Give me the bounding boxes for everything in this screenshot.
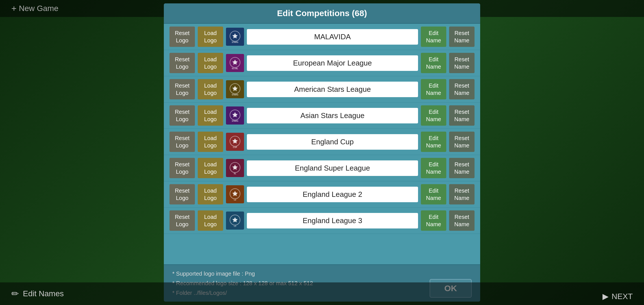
- new-game-button[interactable]: + New Game: [11, 3, 58, 14]
- reset-logo-button[interactable]: Reset Logo: [169, 184, 195, 204]
- reset-logo-button[interactable]: Reset Logo: [169, 132, 195, 152]
- edit-name-button[interactable]: Edit Name: [421, 210, 446, 231]
- table-row: Reset LogoLoad LogoL2England League 2Edi…: [164, 181, 480, 208]
- load-logo-button[interactable]: Load Logo: [198, 79, 223, 99]
- edit-name-button[interactable]: Edit Name: [421, 79, 446, 99]
- league-name: England League 2: [247, 187, 418, 202]
- modal-title: Edit Competitions (68): [164, 3, 480, 24]
- reset-logo-button[interactable]: Reset Logo: [169, 105, 195, 126]
- svg-text:CUP: CUP: [233, 146, 237, 148]
- edit-name-button[interactable]: Edit Name: [421, 132, 446, 152]
- load-logo-button[interactable]: Load Logo: [198, 27, 223, 47]
- reset-name-button[interactable]: Reset Name: [449, 184, 475, 204]
- reset-logo-button[interactable]: Reset Logo: [169, 158, 195, 178]
- league-name: American Stars League: [247, 82, 418, 97]
- reset-name-button[interactable]: Reset Name: [449, 53, 475, 73]
- league-logo: EU-ML: [226, 54, 244, 72]
- league-logo: SL: [226, 159, 244, 177]
- edit-name-button[interactable]: Edit Name: [421, 27, 446, 47]
- reset-name-button[interactable]: Reset Name: [449, 210, 475, 231]
- svg-text:SL: SL: [234, 173, 237, 175]
- edit-name-button[interactable]: Edit Name: [421, 53, 446, 73]
- league-logo: L2: [226, 185, 244, 203]
- league-logo: STARS: [226, 106, 244, 125]
- svg-text:L2: L2: [234, 199, 236, 201]
- league-name: European Major League: [247, 55, 418, 71]
- svg-text:STARS: STARS: [232, 120, 238, 122]
- bottom-bar: ✏ Edit Names ▶ NEXT: [0, 282, 644, 305]
- load-logo-button[interactable]: Load Logo: [198, 184, 223, 204]
- reset-name-button[interactable]: Reset Name: [449, 158, 475, 178]
- svg-text:STARS: STARS: [232, 94, 238, 96]
- edit-competitions-modal: Edit Competitions (68) Reset LogoLoad Lo…: [164, 3, 480, 302]
- svg-text:STARS: STARS: [232, 41, 238, 43]
- load-logo-button[interactable]: Load Logo: [198, 210, 223, 231]
- league-name: MALAVIDA: [247, 29, 418, 45]
- svg-text:EU-ML: EU-ML: [232, 67, 238, 69]
- reset-logo-button[interactable]: Reset Logo: [169, 53, 195, 73]
- next-label: NEXT: [612, 292, 633, 301]
- league-name: England League 3: [247, 213, 418, 228]
- table-row: Reset LogoLoad LogoSTARSAsian Stars Leag…: [164, 103, 480, 129]
- edit-names-label: Edit Names: [23, 289, 64, 298]
- play-icon: ▶: [602, 292, 609, 301]
- edit-name-button[interactable]: Edit Name: [421, 105, 446, 126]
- plus-icon: +: [11, 3, 17, 14]
- svg-text:L3: L3: [234, 225, 236, 227]
- league-name: Asian Stars League: [247, 108, 418, 123]
- next-button[interactable]: ▶ NEXT: [602, 292, 633, 301]
- edit-names-icon: ✏: [11, 288, 19, 299]
- reset-name-button[interactable]: Reset Name: [449, 79, 475, 99]
- edit-names-section: ✏ Edit Names: [11, 288, 64, 299]
- league-logo: L3: [226, 212, 244, 230]
- table-row: Reset LogoLoad LogoCUPEngland CupEdit Na…: [164, 129, 480, 155]
- table-row: Reset LogoLoad LogoEU-MLEuropean Major L…: [164, 50, 480, 76]
- competitions-list[interactable]: Reset LogoLoad LogoSTARSMALAVIDAEdit Nam…: [164, 24, 480, 264]
- edit-name-button[interactable]: Edit Name: [421, 184, 446, 204]
- table-row: Reset LogoLoad LogoSLEngland Super Leagu…: [164, 155, 480, 181]
- table-row: Reset LogoLoad LogoL3England League 3Edi…: [164, 208, 480, 234]
- reset-name-button[interactable]: Reset Name: [449, 27, 475, 47]
- league-name: England Cup: [247, 134, 418, 150]
- league-logo: CUP: [226, 133, 244, 151]
- table-row: Reset LogoLoad LogoSTARSMALAVIDAEdit Nam…: [164, 24, 480, 50]
- reset-name-button[interactable]: Reset Name: [449, 105, 475, 126]
- league-logo: STARS: [226, 80, 244, 98]
- new-game-label: New Game: [19, 4, 58, 13]
- reset-logo-button[interactable]: Reset Logo: [169, 27, 195, 47]
- load-logo-button[interactable]: Load Logo: [198, 105, 223, 126]
- edit-name-button[interactable]: Edit Name: [421, 158, 446, 178]
- league-logo: STARS: [226, 28, 244, 46]
- reset-logo-button[interactable]: Reset Logo: [169, 210, 195, 231]
- league-name: England Super League: [247, 160, 418, 176]
- load-logo-button[interactable]: Load Logo: [198, 158, 223, 178]
- table-row: Reset LogoLoad LogoSTARSAmerican Stars L…: [164, 76, 480, 103]
- load-logo-button[interactable]: Load Logo: [198, 132, 223, 152]
- load-logo-button[interactable]: Load Logo: [198, 53, 223, 73]
- reset-name-button[interactable]: Reset Name: [449, 132, 475, 152]
- reset-logo-button[interactable]: Reset Logo: [169, 79, 195, 99]
